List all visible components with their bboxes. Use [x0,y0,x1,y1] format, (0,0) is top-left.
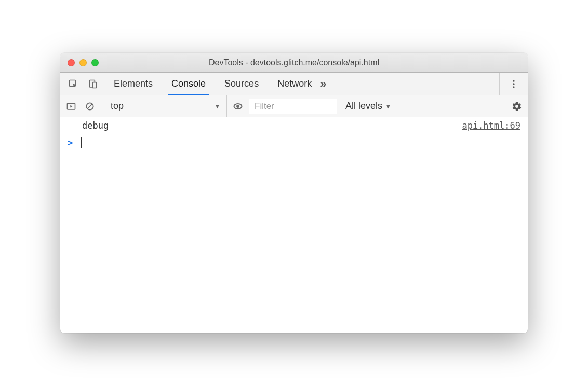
log-levels-selector[interactable]: All levels ▼ [342,101,394,112]
chevron-down-icon: ▼ [385,103,391,109]
device-toolbar-icon[interactable] [87,78,99,90]
console-toolbar: top ▼ All levels ▼ [60,95,528,117]
inspect-element-icon[interactable] [68,78,79,90]
clear-console-icon[interactable] [84,101,96,112]
tab-elements[interactable]: Elements [111,73,156,95]
console-body: debug api.html:69 > [60,117,528,333]
minimize-window-button[interactable] [79,59,87,66]
svg-marker-7 [70,105,72,107]
console-log-entry: debug api.html:69 [60,117,528,134]
svg-point-3 [513,80,514,81]
text-cursor [81,137,82,148]
kebab-menu-button[interactable] [508,78,519,90]
live-expression-icon[interactable] [232,101,244,112]
console-prompt[interactable]: > [60,134,528,151]
more-tabs-button[interactable]: » [315,73,333,95]
tabbar-right [499,73,523,95]
tab-network[interactable]: Network [274,73,315,95]
levels-label: All levels [345,101,382,112]
panel-tabbar: Elements Console Sources Network » [60,73,528,95]
chevron-down-icon: ▼ [215,103,220,109]
context-label: top [111,101,124,112]
console-settings-icon[interactable] [511,101,523,112]
window-title: DevTools - devtools.glitch.me/console/ap… [209,58,379,67]
tab-console[interactable]: Console [168,73,209,95]
tabbar-left-icons [65,73,105,95]
window-controls [68,59,99,66]
toggle-sidebar-icon[interactable] [65,101,77,112]
prompt-arrow-icon: > [68,137,77,148]
tab-sources[interactable]: Sources [221,73,262,95]
filter-input[interactable] [249,99,337,114]
zoom-window-button[interactable] [91,59,99,66]
svg-point-4 [513,83,514,85]
log-source-link[interactable]: api.html:69 [462,120,520,131]
close-window-button[interactable] [68,59,75,66]
toolbar-left-group [65,101,102,112]
svg-point-5 [513,86,514,88]
svg-rect-2 [92,82,97,88]
log-message: debug [68,120,109,131]
titlebar: DevTools - devtools.glitch.me/console/ap… [60,53,528,73]
svg-point-11 [236,105,239,108]
chevron-right-double-icon: » [320,77,326,91]
execution-context-selector[interactable]: top ▼ [108,95,227,117]
svg-line-9 [87,104,92,108]
devtools-window: DevTools - devtools.glitch.me/console/ap… [60,53,528,333]
panel-tabs: Elements Console Sources Network [111,73,315,95]
